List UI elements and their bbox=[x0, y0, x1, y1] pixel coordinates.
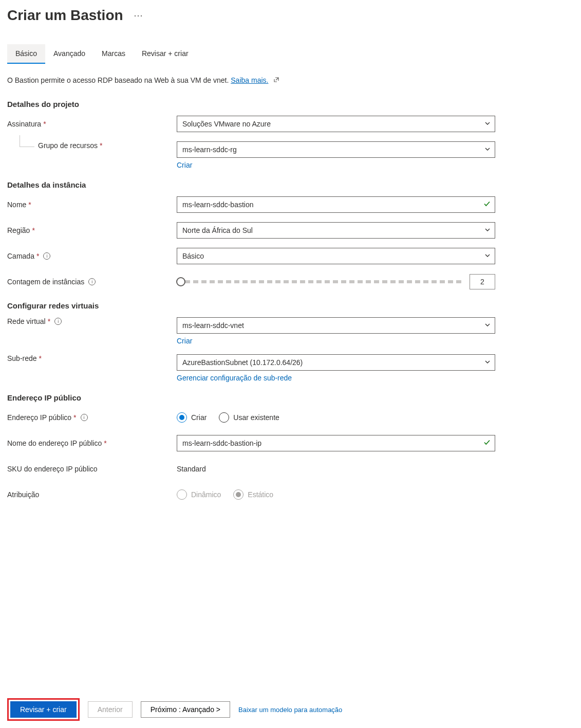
assignment-static-label: Estático bbox=[248, 490, 273, 499]
chevron-down-icon bbox=[484, 226, 491, 234]
radio-unchecked-icon bbox=[177, 489, 187, 500]
section-project-details: Detalhes do projeto bbox=[7, 100, 574, 108]
intro-body: O Bastion permite o acesso RDP baseado n… bbox=[7, 76, 231, 84]
chevron-down-icon bbox=[484, 252, 491, 260]
subscription-value: Soluções VMware no Azure bbox=[182, 120, 271, 128]
assignment-dynamic-label: Dinâmico bbox=[191, 490, 221, 499]
create-vnet-link[interactable]: Criar bbox=[177, 337, 495, 345]
chevron-down-icon bbox=[484, 145, 491, 154]
label-resource-group: Grupo de recursos bbox=[38, 141, 98, 150]
label-public-ip: Endereço IP público bbox=[7, 413, 71, 422]
label-public-ip-name: Nome do endereço IP público bbox=[7, 439, 102, 447]
tab-bar: Básico Avançado Marcas Revisar + criar bbox=[7, 44, 574, 64]
required-marker: * bbox=[43, 120, 46, 128]
label-subscription: Assinatura bbox=[7, 120, 41, 128]
tier-select[interactable]: Básico bbox=[177, 248, 495, 264]
learn-more-link[interactable]: Saiba mais. bbox=[231, 76, 268, 84]
subnet-select[interactable]: AzureBastionSubnet (10.172.0.64/26) bbox=[177, 354, 495, 371]
resource-group-value: ms-learn-sddc-rg bbox=[182, 145, 237, 154]
intro-text: O Bastion permite o acesso RDP baseado n… bbox=[7, 76, 574, 84]
name-value: ms-learn-sddc-bastion bbox=[182, 201, 254, 209]
tier-value: Básico bbox=[182, 252, 204, 260]
more-icon[interactable]: ⋯ bbox=[134, 10, 143, 21]
valid-check-icon bbox=[483, 439, 491, 448]
chevron-down-icon bbox=[484, 321, 491, 330]
region-select[interactable]: Norte da África do Sul bbox=[177, 222, 495, 239]
label-virtual-network: Rede virtual bbox=[7, 317, 46, 325]
public-ip-existing-radio[interactable]: Usar existente bbox=[219, 412, 279, 423]
radio-checked-icon bbox=[233, 489, 243, 500]
label-instance-count: Contagem de instâncias bbox=[7, 278, 84, 286]
resource-group-select[interactable]: ms-learn-sddc-rg bbox=[177, 141, 495, 158]
public-ip-name-input[interactable]: ms-learn-sddc-bastion-ip bbox=[177, 435, 495, 451]
manage-subnet-link[interactable]: Gerenciar configuração de sub-rede bbox=[177, 374, 495, 382]
label-name: Nome bbox=[7, 201, 26, 209]
public-ip-create-label: Criar bbox=[191, 413, 207, 422]
public-ip-create-radio[interactable]: Criar bbox=[177, 412, 207, 423]
instance-count-value: 2 bbox=[470, 274, 495, 289]
subnet-value: AzureBastionSubnet (10.172.0.64/26) bbox=[182, 358, 303, 367]
page-title: Criar um Bastion bbox=[7, 7, 123, 24]
radio-checked-icon bbox=[177, 412, 187, 423]
virtual-network-select[interactable]: ms-learn-sddc-vnet bbox=[177, 317, 495, 334]
section-virtual-networks: Configurar redes virtuais bbox=[7, 301, 574, 310]
required-marker: * bbox=[36, 252, 39, 260]
required-marker: * bbox=[39, 354, 42, 362]
required-marker: * bbox=[28, 201, 31, 209]
create-resource-group-link[interactable]: Criar bbox=[177, 161, 495, 169]
required-marker: * bbox=[73, 413, 76, 422]
info-icon[interactable]: i bbox=[88, 278, 96, 285]
required-marker: * bbox=[48, 317, 50, 325]
region-value: Norte da África do Sul bbox=[182, 226, 253, 234]
label-region: Região bbox=[7, 226, 30, 234]
external-link-icon bbox=[273, 77, 279, 84]
subscription-select[interactable]: Soluções VMware no Azure bbox=[177, 116, 495, 132]
chevron-down-icon bbox=[484, 358, 491, 367]
label-tier: Camada bbox=[7, 252, 34, 260]
info-icon[interactable]: i bbox=[54, 318, 62, 325]
chevron-down-icon bbox=[484, 120, 491, 128]
tab-review[interactable]: Revisar + criar bbox=[134, 44, 197, 64]
radio-unchecked-icon bbox=[219, 412, 229, 423]
tab-tags[interactable]: Marcas bbox=[93, 44, 134, 64]
valid-check-icon bbox=[483, 201, 491, 209]
section-public-ip: Endereço IP público bbox=[7, 393, 574, 402]
tab-advanced[interactable]: Avançado bbox=[45, 44, 93, 64]
label-subnet: Sub-rede bbox=[7, 354, 37, 362]
required-marker: * bbox=[100, 141, 102, 150]
public-ip-sku-value: Standard bbox=[177, 465, 206, 473]
assignment-static-radio: Estático bbox=[233, 489, 273, 500]
public-ip-existing-label: Usar existente bbox=[233, 413, 279, 422]
assignment-dynamic-radio: Dinâmico bbox=[177, 489, 221, 500]
name-input[interactable]: ms-learn-sddc-bastion bbox=[177, 196, 495, 213]
required-marker: * bbox=[32, 226, 34, 234]
required-marker: * bbox=[104, 439, 106, 447]
section-instance-details: Detalhes da instância bbox=[7, 180, 574, 189]
slider-thumb[interactable] bbox=[176, 277, 185, 286]
info-icon[interactable]: i bbox=[81, 414, 88, 421]
instance-count-slider[interactable] bbox=[177, 280, 462, 283]
label-public-ip-sku: SKU do endereço IP público bbox=[7, 465, 98, 473]
info-icon[interactable]: i bbox=[43, 252, 50, 260]
tab-basic[interactable]: Básico bbox=[7, 44, 45, 64]
public-ip-name-value: ms-learn-sddc-bastion-ip bbox=[182, 439, 261, 447]
virtual-network-value: ms-learn-sddc-vnet bbox=[182, 321, 244, 330]
label-assignment: Atribuição bbox=[7, 490, 39, 499]
